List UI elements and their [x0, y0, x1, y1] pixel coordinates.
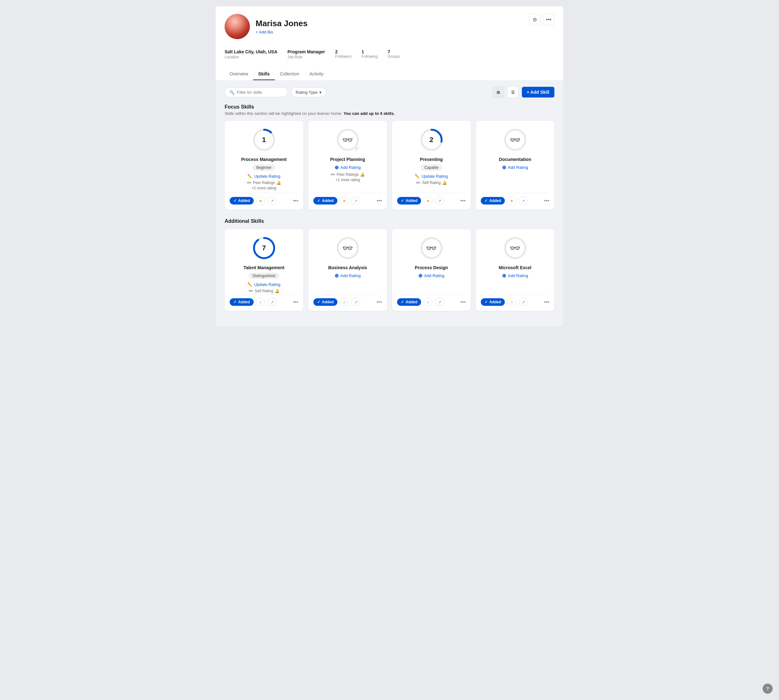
focus-skills-grid: 1 Process Management Beginner ✏️ Update …: [225, 121, 554, 210]
share-button[interactable]: ↗: [435, 196, 444, 205]
skill-card: 👓 ⏱ Project Planning ⊕ Add Rating👓 Peer …: [308, 121, 387, 210]
add-rating-button[interactable]: ⊕ Add Rating: [334, 273, 360, 279]
star-button[interactable]: ★: [256, 196, 265, 205]
search-box[interactable]: 🔍: [225, 87, 288, 97]
star-button[interactable]: ★: [340, 196, 349, 205]
more-ratings: +1 more rating: [252, 186, 276, 190]
added-button[interactable]: ✓ Added: [313, 197, 338, 205]
skill-badge: Capable: [420, 165, 442, 171]
star-button[interactable]: ☆: [340, 298, 349, 307]
skill-card: 👓 Business Analysis ⊕ Add Rating ✓ Added…: [308, 229, 387, 311]
more-options-button[interactable]: •••: [543, 14, 554, 25]
focus-skills-title: Focus Skills: [225, 104, 554, 110]
added-button[interactable]: ✓ Added: [230, 298, 254, 306]
help-button[interactable]: ?: [762, 683, 773, 694]
groups-meta[interactable]: 7 Groups: [388, 49, 400, 59]
add-rating-button[interactable]: ⊕ Add Rating: [502, 165, 528, 170]
more-menu-button[interactable]: •••: [376, 299, 382, 305]
peer-ratings: 👓 Peer Ratings 🔔: [247, 180, 281, 185]
skill-card: 👓 Microsoft Excel ⊕ Add Rating ✓ Added ☆…: [476, 229, 554, 311]
tab-skills[interactable]: Skills: [253, 68, 275, 80]
add-skill-button[interactable]: + Add Skill: [522, 87, 554, 98]
share-button[interactable]: ↗: [267, 298, 276, 307]
peer-ratings: 👓 Peer Ratings 🔔: [331, 172, 365, 177]
add-bio-link[interactable]: Add Bio: [256, 30, 273, 34]
more-ratings: +1 more rating: [336, 178, 360, 182]
more-menu-button[interactable]: •••: [544, 198, 549, 203]
skill-card: 👓 Process Design ⊕ Add Rating ✓ Added ☆ …: [392, 229, 471, 311]
tab-activity[interactable]: Activity: [304, 68, 328, 80]
grid-icon: ⊞: [496, 90, 500, 95]
skill-card: 2 Presenting Capable ✏️ Update Rating👓 S…: [392, 121, 471, 210]
self-rating: 👓 Self Rating 🔔: [416, 180, 447, 185]
list-view-button[interactable]: ☰: [507, 87, 519, 98]
star-button[interactable]: ☆: [507, 298, 516, 307]
more-menu-button[interactable]: •••: [544, 299, 549, 305]
add-rating-button[interactable]: ⊕ Add Rating: [502, 273, 528, 279]
skill-name: Documentation: [499, 157, 532, 162]
more-menu-button[interactable]: •••: [460, 299, 466, 305]
share-button[interactable]: ↗: [519, 298, 528, 307]
skill-name: Microsoft Excel: [499, 265, 532, 270]
added-button[interactable]: ✓ Added: [481, 298, 505, 306]
rating-type-filter[interactable]: Rating Type ▾: [291, 87, 326, 97]
followers-count: 2: [335, 49, 338, 54]
added-button[interactable]: ✓ Added: [397, 298, 421, 306]
following-meta[interactable]: 1 Following: [361, 49, 378, 59]
share-button[interactable]: ↗: [435, 298, 444, 307]
more-menu-button[interactable]: •••: [293, 198, 298, 203]
share-button[interactable]: ↗: [267, 196, 276, 205]
skill-name: Process Design: [415, 265, 448, 270]
skill-badge: Distinguished: [249, 273, 279, 279]
role-value: Program Manager: [288, 49, 325, 54]
star-button[interactable]: ☆: [424, 298, 433, 307]
share-button[interactable]: ↗: [351, 196, 360, 205]
search-input[interactable]: [237, 90, 283, 95]
location-label: Location: [225, 55, 277, 59]
self-rating: 👓 Self Rating 🔔: [248, 289, 279, 293]
role-meta: Program Manager Job Role: [288, 49, 325, 59]
more-menu-button[interactable]: •••: [460, 198, 466, 203]
chevron-down-icon: ▾: [319, 90, 322, 95]
followers-meta[interactable]: 2 Followers: [335, 49, 351, 59]
added-button[interactable]: ✓ Added: [481, 197, 505, 205]
update-rating-button[interactable]: ✏️ Update Rating: [247, 174, 280, 178]
more-menu-button[interactable]: •••: [293, 299, 298, 305]
tab-collection[interactable]: Collection: [275, 68, 304, 80]
additional-skills-title: Additional Skills: [225, 218, 554, 224]
list-icon: ☰: [511, 90, 515, 95]
avatar: [225, 14, 250, 39]
grid-view-button[interactable]: ⊞: [493, 87, 504, 98]
star-button[interactable]: ☆: [256, 298, 265, 307]
added-button[interactable]: ✓ Added: [397, 197, 421, 205]
added-button[interactable]: ✓ Added: [230, 197, 254, 205]
groups-count: 7: [388, 49, 390, 54]
share-button[interactable]: ↗: [351, 298, 360, 307]
skill-name: Talent Management: [244, 265, 285, 270]
add-rating-button[interactable]: ⊕ Add Rating: [418, 273, 444, 279]
location-meta: Salt Lake City, Utah, USA Location: [225, 49, 277, 59]
rating-filter-label: Rating Type: [296, 90, 318, 95]
settings-button[interactable]: ⚙: [529, 14, 540, 25]
tab-overview[interactable]: Overview: [225, 68, 253, 80]
update-rating-button[interactable]: ✏️ Update Rating: [415, 174, 448, 178]
more-menu-button[interactable]: •••: [376, 198, 382, 203]
nav-tabs: Overview Skills Collection Activity: [225, 64, 554, 80]
location-value: Salt Lake City, Utah, USA: [225, 49, 277, 54]
update-rating-button[interactable]: ✏️ Update Rating: [247, 282, 280, 287]
star-button[interactable]: ★: [424, 196, 433, 205]
skill-name: Project Planning: [330, 157, 365, 162]
skill-card: 7 Talent Management Distinguished ✏️ Upd…: [225, 229, 303, 311]
role-label: Job Role: [288, 55, 325, 59]
additional-skills-grid: 7 Talent Management Distinguished ✏️ Upd…: [225, 229, 554, 311]
gear-icon: ⚙: [533, 17, 537, 23]
toolbar: 🔍 Rating Type ▾ ⊞ ☰ + Add Skill: [225, 87, 554, 98]
skill-card: 1 Process Management Beginner ✏️ Update …: [225, 121, 303, 210]
skill-name: Process Management: [241, 157, 287, 162]
added-button[interactable]: ✓ Added: [313, 298, 338, 306]
ellipsis-icon: •••: [546, 17, 552, 22]
following-count: 1: [361, 49, 364, 54]
share-button[interactable]: ↗: [519, 196, 528, 205]
add-rating-button[interactable]: ⊕ Add Rating: [334, 165, 360, 170]
star-button[interactable]: ★: [507, 196, 516, 205]
